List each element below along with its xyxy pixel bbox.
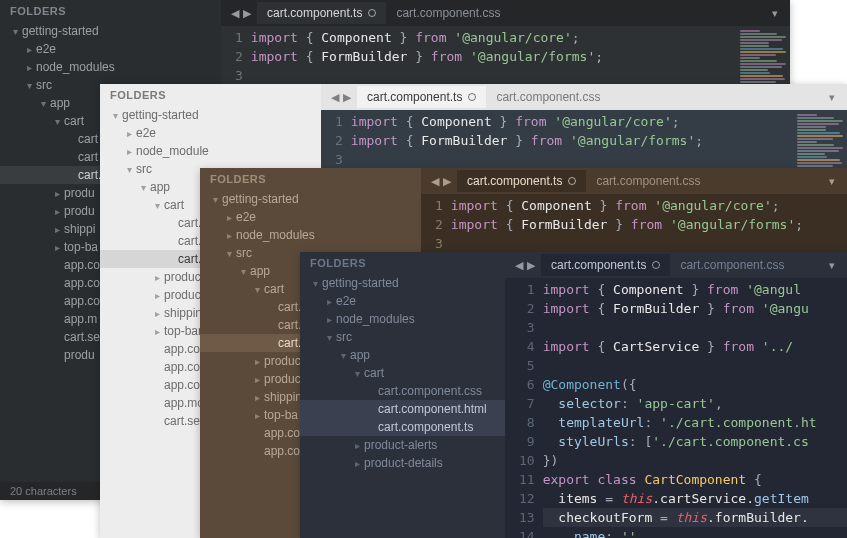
- tree-item-label: e2e: [136, 126, 156, 140]
- tab-active[interactable]: cart.component.ts: [541, 254, 670, 276]
- tree-item-label: produ: [64, 186, 95, 200]
- nav-forward-icon[interactable]: ▶: [527, 259, 535, 272]
- tree-folder[interactable]: ▸node_modules: [0, 58, 221, 76]
- tabs-dropdown-icon[interactable]: ▾: [821, 175, 843, 188]
- tree-folder[interactable]: ▾getting-started: [100, 106, 321, 124]
- line-number: 12: [519, 489, 535, 508]
- tree-folder[interactable]: ▾getting-started: [0, 22, 221, 40]
- minimap-row: [740, 81, 776, 83]
- tree-folder[interactable]: ▸product-alerts: [300, 436, 505, 454]
- tabs-dropdown-icon[interactable]: ▾: [821, 259, 843, 272]
- minimap-row: [797, 117, 834, 119]
- tree-folder[interactable]: ▸e2e: [300, 292, 505, 310]
- tree-folder[interactable]: ▸node_module: [100, 142, 321, 160]
- tree-folder[interactable]: ▸product-details: [300, 454, 505, 472]
- minimap-row: [740, 30, 760, 32]
- tab-dirty-indicator: [568, 177, 576, 185]
- nav-back-icon[interactable]: ◀: [331, 91, 339, 104]
- tree-item-label: app: [350, 348, 370, 362]
- tree-item-label: produ: [64, 348, 95, 362]
- tree-item-label: node_modules: [336, 312, 415, 326]
- tab-history-nav[interactable]: ◀▶: [509, 259, 541, 272]
- token: CartComponent: [644, 472, 746, 487]
- token: =: [597, 491, 620, 506]
- tab-inactive[interactable]: cart.component.css: [670, 254, 794, 276]
- tree-folder[interactable]: ▾cart: [300, 364, 505, 382]
- tree-item-label: top-ba: [64, 240, 98, 254]
- code-area: 1234567891011121314import { Component } …: [505, 278, 847, 538]
- token: import: [451, 198, 506, 213]
- tab-bar: ◀▶cart.component.tscart.component.css▾: [321, 84, 847, 110]
- tab-history-nav[interactable]: ◀▶: [325, 91, 357, 104]
- tree-item-label: cart: [64, 114, 84, 128]
- tab-history-nav[interactable]: ◀▶: [225, 7, 257, 20]
- token: import: [251, 30, 306, 45]
- tree-item-label: produc: [264, 372, 301, 386]
- tree-item-label: getting-started: [222, 192, 299, 206]
- minimap-row: [797, 126, 826, 128]
- token: :: [605, 529, 621, 538]
- tab-history-nav[interactable]: ◀▶: [425, 175, 457, 188]
- tree-folder[interactable]: ▸e2e: [100, 124, 321, 142]
- chevron-right-icon: ▸: [22, 44, 36, 55]
- tree-file[interactable]: ▸cart.component.css: [300, 382, 505, 400]
- tree-item-label: top-ba: [264, 408, 298, 422]
- tab-inactive[interactable]: cart.component.css: [386, 2, 510, 24]
- nav-back-icon[interactable]: ◀: [431, 175, 439, 188]
- tree-folder[interactable]: ▾getting-started: [300, 274, 505, 292]
- chevron-right-icon: ▸: [122, 128, 136, 139]
- line-number: 3: [435, 234, 443, 253]
- nav-forward-icon[interactable]: ▶: [443, 175, 451, 188]
- tree-item-label: node_modules: [236, 228, 315, 242]
- tab-inactive[interactable]: cart.component.css: [486, 86, 610, 108]
- chevron-down-icon: ▾: [8, 26, 22, 37]
- tab-active[interactable]: cart.component.ts: [257, 2, 386, 24]
- line-number: 3: [519, 318, 535, 337]
- tree-file[interactable]: ▸cart.component.ts: [300, 418, 505, 436]
- code-content[interactable]: import { Component } from '@angulimport …: [543, 278, 847, 538]
- token: import: [543, 301, 598, 316]
- nav-forward-icon[interactable]: ▶: [243, 7, 251, 20]
- minimap-row: [740, 57, 760, 59]
- tree-item-label: e2e: [36, 42, 56, 56]
- token: './cart.component.ht: [660, 415, 817, 430]
- tree-item-label: e2e: [336, 294, 356, 308]
- chevron-down-icon: ▾: [222, 248, 236, 259]
- nav-back-icon[interactable]: ◀: [231, 7, 239, 20]
- tree-folder[interactable]: ▸e2e: [200, 208, 421, 226]
- chevron-down-icon: ▾: [322, 332, 336, 343]
- token: {: [746, 472, 762, 487]
- tree-folder[interactable]: ▾src: [300, 328, 505, 346]
- token: {: [406, 114, 422, 129]
- token: {: [506, 198, 522, 213]
- tab-active[interactable]: cart.component.ts: [357, 86, 486, 108]
- tree-file[interactable]: ▸cart.component.html: [300, 400, 505, 418]
- code-line: items = this.cartService.getItem: [543, 489, 847, 508]
- token: ;: [672, 114, 680, 129]
- tabs-dropdown-icon[interactable]: ▾: [764, 7, 786, 20]
- chevron-right-icon: ▸: [22, 62, 36, 73]
- token: Component: [421, 114, 491, 129]
- tree-folder[interactable]: ▸node_modules: [200, 226, 421, 244]
- chevron-down-icon: ▾: [36, 98, 50, 109]
- tab-inactive[interactable]: cart.component.css: [586, 170, 710, 192]
- tree-folder[interactable]: ▸e2e: [0, 40, 221, 58]
- nav-back-icon[interactable]: ◀: [515, 259, 523, 272]
- token: {: [506, 217, 522, 232]
- tree-folder[interactable]: ▾getting-started: [200, 190, 421, 208]
- token: @Component: [543, 377, 621, 392]
- tabs-dropdown-icon[interactable]: ▾: [821, 91, 843, 104]
- tab-active[interactable]: cart.component.ts: [457, 170, 586, 192]
- token: ;: [772, 198, 780, 213]
- tree-folder[interactable]: ▾app: [300, 346, 505, 364]
- minimap-row: [740, 42, 769, 44]
- tree-item-label: src: [336, 330, 352, 344]
- token: Component: [321, 30, 391, 45]
- chevron-down-icon: ▾: [150, 200, 164, 211]
- nav-forward-icon[interactable]: ▶: [343, 91, 351, 104]
- line-number: 10: [519, 451, 535, 470]
- chevron-down-icon: ▾: [308, 278, 322, 289]
- line-number: 13: [519, 508, 535, 527]
- tree-folder[interactable]: ▸node_modules: [300, 310, 505, 328]
- code-line: @Component({: [543, 375, 847, 394]
